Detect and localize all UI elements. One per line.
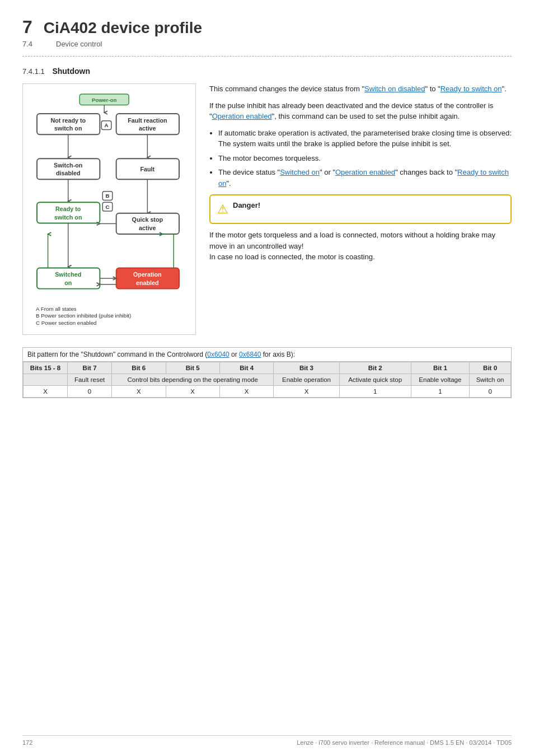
svg-text:Fault: Fault	[140, 166, 155, 172]
operation-enabled-link2[interactable]: Operation enabled	[335, 168, 395, 176]
val-bit4: X	[219, 386, 273, 398]
svg-text:B: B	[106, 193, 110, 199]
section-title: Device control	[56, 40, 102, 48]
col-bit7: Bit 7	[68, 362, 112, 374]
bullet-3: The device status "Switched on" or "Oper…	[218, 167, 512, 189]
controlword-link-1[interactable]: 0x6040	[207, 351, 229, 358]
divider	[22, 56, 512, 57]
col-bit6: Bit 6	[112, 362, 166, 374]
bullet-list: If automatic brake operation is activate…	[218, 128, 512, 189]
switch-on-disabled-link[interactable]: Switch on disabled	[364, 85, 425, 93]
danger-box: ⚠ Danger!	[209, 194, 512, 224]
svg-text:Power-on: Power-on	[92, 97, 116, 103]
section-header: 7.4 Device control	[22, 40, 512, 48]
operation-enabled-link[interactable]: Operation enabled	[212, 112, 272, 120]
val-bit0: 0	[470, 386, 511, 398]
col-bit2: Bit 2	[339, 362, 411, 374]
chapter-number: 7	[22, 17, 32, 38]
col-bit0: Bit 0	[470, 362, 511, 374]
svg-text:Quick stop: Quick stop	[132, 216, 163, 223]
subheader-0	[24, 374, 68, 386]
col-bit3: Bit 3	[274, 362, 339, 374]
danger-text: If the motor gets torqueless and a load …	[209, 230, 512, 263]
svg-text:active: active	[139, 225, 156, 231]
controlword-link-2[interactable]: 0x6840	[239, 351, 261, 358]
svg-text:A: A	[105, 122, 109, 128]
bullet-1: If automatic brake operation is activate…	[218, 128, 512, 150]
svg-text:Fault reaction: Fault reaction	[128, 117, 167, 124]
state-machine-svg: Power-on Not ready to switch on Fault re…	[30, 92, 188, 327]
val-bit6: X	[112, 386, 166, 398]
chapter-header: 7 CiA402 device profile	[22, 17, 512, 38]
doc-info: Lenze · i700 servo inverter · Reference …	[297, 739, 512, 746]
svg-text:C: C	[106, 204, 110, 210]
subheader-enable-voltage: Enable voltage	[411, 374, 470, 386]
val-bit7: 0	[68, 386, 112, 398]
col-bits15-8: Bits 15 - 8	[24, 362, 68, 374]
subsection-title: Shutdown	[52, 67, 90, 76]
col-bit4: Bit 4	[219, 362, 273, 374]
svg-text:switch on: switch on	[54, 125, 82, 132]
svg-text:switch on: switch on	[54, 214, 82, 221]
svg-text:C Power section enabled: C Power section enabled	[36, 320, 96, 326]
subheader-control-bits: Control bits depending on the operating …	[112, 374, 274, 386]
subheader-enable-op: Enable operation	[274, 374, 339, 386]
page: 7 CiA402 device profile 7.4 Device contr…	[0, 0, 534, 756]
right-description: This command changes the device status f…	[209, 83, 512, 268]
subsection-header: 7.4.1.1 Shutdown	[22, 67, 512, 76]
danger-label: Danger!	[233, 201, 260, 209]
subheader-fault-reset: Fault reset	[68, 374, 112, 386]
table-caption: Bit pattern for the "Shutdown" command i…	[23, 348, 511, 362]
val-bit2: 1	[339, 386, 411, 398]
val-bit3: X	[274, 386, 339, 398]
svg-text:on: on	[64, 279, 72, 286]
danger-icon: ⚠	[217, 200, 228, 218]
subheader-switch-on: Switch on	[470, 374, 511, 386]
val-bit1: 1	[411, 386, 470, 398]
bullet-2: The motor becomes torqueless.	[218, 153, 512, 164]
svg-text:Switch-on: Switch-on	[54, 162, 82, 169]
svg-text:Operation: Operation	[133, 271, 162, 278]
col-bit1: Bit 1	[411, 362, 470, 374]
svg-text:Not ready to: Not ready to	[50, 117, 86, 124]
svg-text:B Power section inhibited (pul: B Power section inhibited (pulse inhibit…	[36, 312, 131, 319]
svg-text:A From all states: A From all states	[36, 306, 77, 312]
switched-on-link[interactable]: Switched on	[280, 168, 320, 176]
chapter-title: CiA402 device profile	[44, 19, 202, 37]
svg-text:enabled: enabled	[136, 279, 159, 286]
svg-text:Ready to: Ready to	[55, 206, 81, 212]
svg-text:active: active	[139, 125, 156, 132]
bit-table-wrapper: Bit pattern for the "Shutdown" command i…	[22, 347, 512, 398]
svg-text:disabled: disabled	[56, 170, 81, 176]
subheader-activate-qs: Activate quick stop	[339, 374, 411, 386]
main-content: Power-on Not ready to switch on Fault re…	[22, 83, 512, 335]
intro-paragraph: This command changes the device status f…	[209, 83, 512, 95]
bit-table: Bits 15 - 8 Bit 7 Bit 6 Bit 5 Bit 4 Bit …	[23, 362, 511, 398]
subsection-number: 7.4.1.1	[22, 67, 45, 76]
val-bits15-8: X	[24, 386, 68, 398]
section-number: 7.4	[22, 40, 45, 48]
val-bit5: X	[166, 386, 219, 398]
footer: 172 Lenze · i700 servo inverter · Refere…	[22, 735, 512, 746]
para2: If the pulse inhibit has already been de…	[209, 100, 512, 122]
ready-to-switch-link[interactable]: Ready to switch on	[441, 85, 502, 93]
page-number: 172	[22, 739, 32, 746]
col-bit5: Bit 5	[166, 362, 219, 374]
state-diagram: Power-on Not ready to switch on Fault re…	[22, 83, 196, 335]
svg-text:Switched: Switched	[55, 271, 81, 278]
